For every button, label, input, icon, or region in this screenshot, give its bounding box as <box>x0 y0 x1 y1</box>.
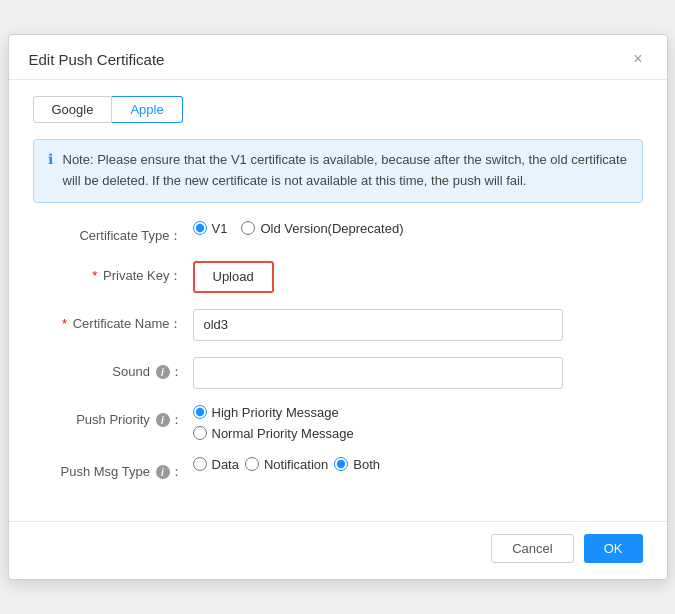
private-key-content: Upload <box>193 261 643 293</box>
radio-data-input[interactable] <box>193 457 207 471</box>
required-star-cert: * <box>62 316 67 331</box>
radio-v1[interactable]: V1 <box>193 221 228 236</box>
ok-button[interactable]: OK <box>584 534 643 563</box>
push-priority-content: High Priority Message Normal Priority Me… <box>193 405 643 441</box>
dialog-title: Edit Push Certificate <box>29 51 165 68</box>
radio-notification-input[interactable] <box>245 457 259 471</box>
push-priority-row: Push Priority i： High Priority Message N… <box>33 405 643 441</box>
certificate-name-label: * Certificate Name： <box>33 309 193 333</box>
sound-input[interactable] <box>193 357 563 389</box>
required-star: * <box>92 268 97 283</box>
note-box: ℹ Note: Please ensure that the V1 certif… <box>33 139 643 203</box>
sound-row: Sound i： <box>33 357 643 389</box>
edit-push-certificate-dialog: Edit Push Certificate × Google Apple ℹ N… <box>8 34 668 580</box>
dialog-footer: Cancel OK <box>9 521 667 579</box>
cancel-button[interactable]: Cancel <box>491 534 573 563</box>
push-msg-type-content: Data Notification Both <box>193 457 643 472</box>
radio-both[interactable]: Both <box>334 457 380 472</box>
radio-v1-input[interactable] <box>193 221 207 235</box>
private-key-row: * Private Key： Upload <box>33 261 643 293</box>
dialog-header: Edit Push Certificate × <box>9 35 667 80</box>
sound-label: Sound i： <box>33 357 193 381</box>
tab-google[interactable]: Google <box>33 96 113 123</box>
push-msg-type-row: Push Msg Type i： Data Notification Both <box>33 457 643 481</box>
certificate-type-label: Certificate Type： <box>33 221 193 245</box>
push-msg-type-info-icon: i <box>156 465 170 479</box>
push-priority-info-icon: i <box>156 413 170 427</box>
private-key-label: * Private Key： <box>33 261 193 285</box>
tab-group: Google Apple <box>33 96 643 123</box>
tab-apple[interactable]: Apple <box>112 96 182 123</box>
radio-normal-priority[interactable]: Normal Priority Message <box>193 426 354 441</box>
push-msg-type-label: Push Msg Type i： <box>33 457 193 481</box>
radio-notification[interactable]: Notification <box>245 457 328 472</box>
radio-normal-priority-input[interactable] <box>193 426 207 440</box>
radio-old-version-input[interactable] <box>241 221 255 235</box>
sound-content <box>193 357 643 389</box>
radio-high-priority[interactable]: High Priority Message <box>193 405 354 420</box>
certificate-name-input[interactable] <box>193 309 563 341</box>
radio-both-input[interactable] <box>334 457 348 471</box>
radio-data[interactable]: Data <box>193 457 239 472</box>
note-text: Note: Please ensure that the V1 certific… <box>63 150 628 192</box>
info-circle-icon: ℹ <box>48 151 53 167</box>
close-button[interactable]: × <box>629 49 646 69</box>
certificate-name-row: * Certificate Name： <box>33 309 643 341</box>
certificate-name-content <box>193 309 643 341</box>
certificate-type-row: Certificate Type： V1 Old Version(Depreca… <box>33 221 643 245</box>
radio-old-version[interactable]: Old Version(Deprecated) <box>241 221 403 236</box>
dialog-body: Google Apple ℹ Note: Please ensure that … <box>9 80 667 513</box>
certificate-type-options: V1 Old Version(Deprecated) <box>193 221 643 236</box>
radio-high-priority-input[interactable] <box>193 405 207 419</box>
push-priority-label: Push Priority i： <box>33 405 193 429</box>
sound-info-icon: i <box>156 365 170 379</box>
upload-button[interactable]: Upload <box>193 261 274 293</box>
push-priority-options: High Priority Message Normal Priority Me… <box>193 405 354 441</box>
